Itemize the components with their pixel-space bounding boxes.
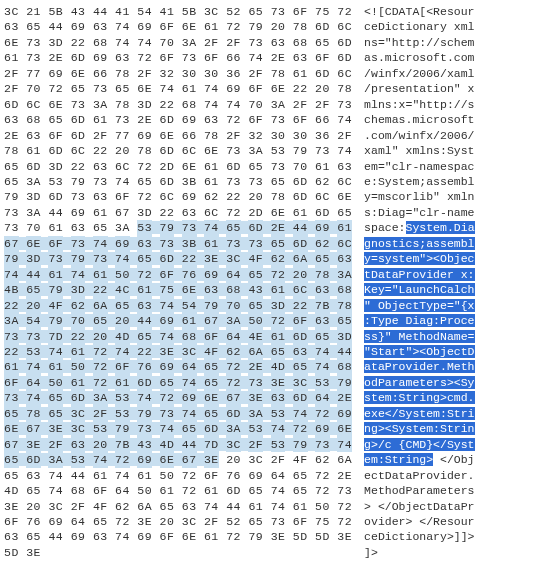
hex-byte[interactable]: 63 — [93, 529, 108, 544]
hex-byte[interactable]: 3C — [293, 375, 308, 390]
hex-byte[interactable]: 64 — [115, 483, 130, 498]
hex-byte[interactable]: 6E — [271, 81, 286, 96]
hex-byte[interactable]: 69 — [315, 220, 330, 235]
ascii-row[interactable]: e:System;assembl — [364, 174, 474, 189]
hex-byte[interactable]: 62 — [226, 344, 241, 359]
hex-byte[interactable]: 6D — [248, 220, 263, 235]
hex-byte[interactable]: 3E — [26, 545, 41, 560]
hex-byte[interactable]: 3B — [182, 174, 197, 189]
hex-byte[interactable]: 6C — [204, 205, 219, 220]
hex-byte[interactable]: 73 — [93, 81, 108, 96]
hex-byte[interactable]: 73 — [137, 421, 152, 436]
hex-byte[interactable]: 2F — [337, 128, 352, 143]
hex-byte[interactable]: 2F — [93, 406, 108, 421]
hex-byte[interactable]: 79 — [48, 282, 63, 297]
hex-row[interactable]: 4D 65 74 68 6F 64 50 61 72 61 6D 65 74 6… — [4, 483, 352, 498]
hex-byte[interactable]: 72 — [137, 159, 152, 174]
ascii-row[interactable]: ceDictionary xml — [364, 19, 474, 34]
hex-byte[interactable]: 3A — [337, 267, 352, 282]
hex-byte[interactable]: 6E — [337, 189, 352, 204]
hex-byte[interactable]: 74 — [115, 251, 130, 266]
hex-byte[interactable]: 61 — [182, 81, 197, 96]
hex-byte[interactable]: 73 — [226, 143, 241, 158]
hex-row[interactable]: 63 68 65 6D 61 73 2E 6D 69 63 72 6F 73 6… — [4, 112, 352, 127]
hex-byte[interactable]: 50 — [71, 359, 86, 374]
hex-byte[interactable]: 3D — [337, 329, 352, 344]
hex-byte[interactable]: 61 — [71, 375, 86, 390]
hex-byte[interactable]: 63 — [93, 159, 108, 174]
hex-row[interactable]: 6E 67 3E 3C 53 79 73 74 65 6D 3A 53 74 7… — [4, 421, 352, 436]
hex-byte[interactable]: 4F — [48, 298, 63, 313]
hex-byte[interactable]: 70 — [293, 159, 308, 174]
hex-byte[interactable]: 68 — [93, 35, 108, 50]
hex-byte[interactable]: 6D — [71, 112, 86, 127]
hex-byte[interactable]: 67 — [115, 205, 130, 220]
hex-byte[interactable]: 74 — [115, 529, 130, 544]
hex-byte[interactable]: 79 — [293, 437, 308, 452]
hex-byte[interactable]: 74 — [271, 499, 286, 514]
hex-byte[interactable]: 2F — [71, 499, 86, 514]
hex-byte[interactable]: 65 — [226, 220, 241, 235]
hex-byte[interactable]: 69 — [71, 529, 86, 544]
hex-byte[interactable]: 63 — [137, 236, 152, 251]
hex-byte[interactable]: 6F — [160, 267, 175, 282]
hex-byte[interactable]: 73 — [160, 406, 175, 421]
hex-byte[interactable]: 73 — [4, 329, 19, 344]
hex-byte[interactable]: 62 — [315, 452, 330, 467]
hex-byte[interactable]: 6D — [293, 390, 308, 405]
hex-byte[interactable]: 65 — [4, 174, 19, 189]
hex-byte[interactable]: 76 — [226, 468, 241, 483]
hex-byte[interactable]: 68 — [337, 282, 352, 297]
hex-byte[interactable]: 74 — [93, 236, 108, 251]
hex-byte[interactable]: 63 — [137, 298, 152, 313]
hex-byte[interactable]: 44 — [93, 4, 108, 19]
hex-byte[interactable]: 22 — [71, 159, 86, 174]
hex-byte[interactable]: 6D — [226, 483, 241, 498]
hex-byte[interactable]: 61 — [293, 499, 308, 514]
hex-byte[interactable]: 74 — [226, 97, 241, 112]
hex-row[interactable]: 63 65 44 69 63 74 69 6F 6E 61 72 79 3E 5… — [4, 529, 352, 544]
hex-byte[interactable]: 74 — [137, 35, 152, 50]
hex-byte[interactable]: 2E — [271, 50, 286, 65]
hex-byte[interactable]: 20 — [226, 452, 241, 467]
hex-byte[interactable]: 67 — [204, 313, 219, 328]
hex-byte[interactable]: 69 — [93, 50, 108, 65]
hex-byte[interactable]: 5B — [182, 4, 197, 19]
hex-byte[interactable]: 63 — [182, 205, 197, 220]
hex-byte[interactable]: 53 — [248, 421, 263, 436]
hex-byte[interactable]: 6C — [71, 143, 86, 158]
ascii-row[interactable]: mlns:x="http://s — [364, 97, 474, 112]
hex-byte[interactable]: 65 — [248, 4, 263, 19]
hex-byte[interactable]: 53 — [26, 344, 41, 359]
hex-byte[interactable]: 6F — [160, 529, 175, 544]
hex-byte[interactable]: 6D — [293, 189, 308, 204]
hex-row[interactable]: 78 61 6D 6C 22 20 78 6D 6C 6E 73 3A 53 7… — [4, 143, 352, 158]
ascii-row[interactable]: space:System.Dia — [364, 220, 474, 235]
hex-byte[interactable]: 6E — [26, 236, 41, 251]
hex-row[interactable]: 5D 3E — [4, 545, 352, 560]
hex-byte[interactable]: 63 — [293, 50, 308, 65]
hex-byte[interactable]: 74 — [204, 220, 219, 235]
hex-byte[interactable]: 61 — [248, 499, 263, 514]
hex-byte[interactable]: 6F — [248, 112, 263, 127]
hex-byte[interactable]: 75 — [315, 4, 330, 19]
hex-byte[interactable]: 22 — [160, 97, 175, 112]
hex-byte[interactable]: 69 — [71, 205, 86, 220]
hex-byte[interactable]: 52 — [226, 514, 241, 529]
ascii-row[interactable]: :Type Diag:Proce — [364, 313, 474, 328]
hex-byte[interactable]: 2F — [226, 128, 241, 143]
hex-byte[interactable]: 79 — [137, 406, 152, 421]
hex-byte[interactable]: 2D — [248, 205, 263, 220]
hex-byte[interactable]: 7D — [204, 437, 219, 452]
hex-byte[interactable]: 3C — [248, 452, 263, 467]
hex-byte[interactable]: 53 — [271, 406, 286, 421]
hex-byte[interactable]: 61 — [182, 313, 197, 328]
hex-row[interactable]: 22 53 74 61 72 74 22 3E 3C 4F 62 6A 65 6… — [4, 344, 352, 359]
hex-byte[interactable]: 2E — [4, 128, 19, 143]
ascii-row[interactable]: ns="http://schem — [364, 35, 474, 50]
hex-byte[interactable]: 65 — [293, 483, 308, 498]
hex-row[interactable]: 65 3A 53 79 73 74 65 6D 3B 61 73 73 65 6… — [4, 174, 352, 189]
hex-byte[interactable]: 63 — [115, 50, 130, 65]
hex-byte[interactable]: 74 — [26, 359, 41, 374]
hex-row[interactable]: 2E 63 6F 6D 2F 77 69 6E 66 78 2F 32 30 3… — [4, 128, 352, 143]
